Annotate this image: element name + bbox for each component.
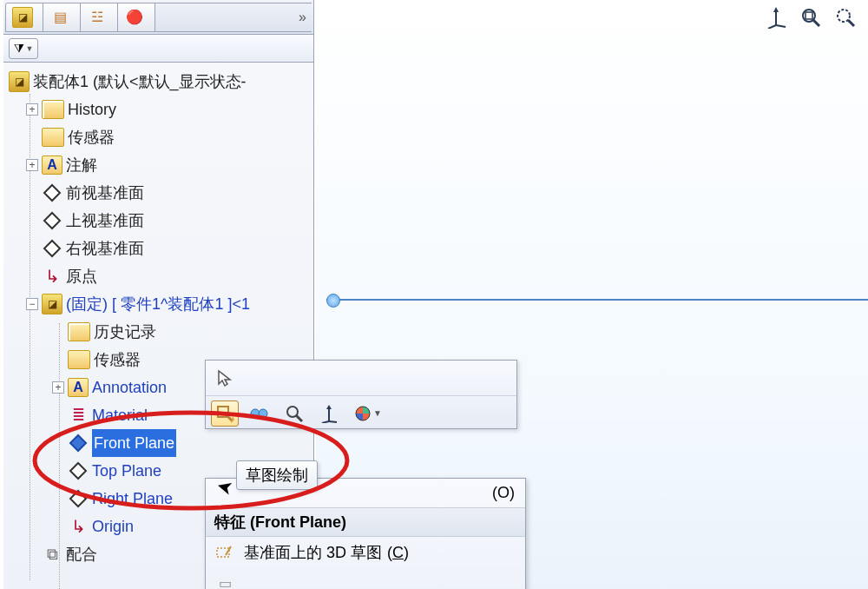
appearance-dropdown[interactable]: ▼ bbox=[350, 400, 386, 427]
tree-label: (固定) [ 零件1^装配体1 ]<1 bbox=[66, 290, 250, 318]
expand-toggle[interactable]: + bbox=[26, 159, 38, 171]
tree-label-selected: Front Plane bbox=[92, 429, 176, 457]
panel-tab-strip: ◪ ▤ ☳ 🔴 » bbox=[3, 0, 313, 35]
selection-tool-icon[interactable] bbox=[211, 365, 239, 391]
tree-label: 上视基准面 bbox=[66, 207, 144, 235]
svg-point-17 bbox=[259, 409, 267, 418]
tab-feature-manager[interactable]: ◪ bbox=[5, 3, 43, 32]
tree-label: Origin bbox=[92, 513, 134, 540]
tree-label: Top Plane bbox=[92, 457, 161, 485]
sketch-button[interactable] bbox=[211, 400, 239, 427]
property-icon: ▤ bbox=[49, 7, 70, 28]
svg-rect-12 bbox=[806, 12, 812, 19]
svg-line-7 bbox=[768, 25, 776, 29]
mates-icon: ⧉ bbox=[42, 544, 62, 565]
svg-line-11 bbox=[813, 20, 819, 26]
svg-point-10 bbox=[803, 10, 815, 22]
view-hud-tools bbox=[762, 3, 859, 31]
tree-label: 右视基准面 bbox=[66, 235, 144, 262]
zoom-fit-icon[interactable] bbox=[797, 3, 825, 31]
context-toolbar: ▼ bbox=[205, 360, 517, 429]
expand-toggle[interactable]: + bbox=[26, 103, 38, 116]
origin-icon: ↳ bbox=[42, 266, 62, 287]
tree-label: 注解 bbox=[66, 151, 97, 179]
context-menu-item-key: (C) bbox=[387, 544, 409, 562]
assembly-icon: ◪ bbox=[9, 71, 30, 92]
plane-icon bbox=[68, 433, 89, 453]
context-menu: (O) 特征 (Front Plane) 基准面上的 3D 草图 (C) ▭ bbox=[205, 478, 526, 589]
plane-icon bbox=[68, 488, 89, 509]
svg-marker-1 bbox=[44, 213, 60, 228]
tree-label: Right Plane bbox=[92, 485, 173, 513]
svg-marker-23 bbox=[326, 405, 332, 409]
tree-label: History bbox=[68, 96, 116, 123]
tree-label: 原点 bbox=[66, 262, 97, 290]
normal-to-icon[interactable] bbox=[315, 400, 343, 427]
tree-item-right-plane[interactable]: 右视基准面 bbox=[3, 235, 313, 262]
sensors-folder-icon bbox=[68, 350, 90, 369]
tree-root-assembly[interactable]: ◪ 装配体1 (默认<默认_显示状态- bbox=[3, 68, 313, 96]
history-folder-icon bbox=[42, 100, 64, 119]
tree-item-origin[interactable]: ↳ 原点 bbox=[3, 262, 313, 290]
tree-label: 配合 bbox=[66, 540, 97, 568]
context-menu-item-key: (O) bbox=[492, 484, 515, 502]
tree-label: 传感器 bbox=[94, 346, 141, 374]
assembly-icon: ◪ bbox=[12, 7, 33, 28]
tab-display-manager[interactable]: 🔴 bbox=[117, 3, 155, 32]
tree-item-annotations[interactable]: + A 注解 bbox=[3, 151, 313, 179]
context-menu-header-text: 特征 (Front Plane) bbox=[214, 513, 346, 531]
svg-marker-0 bbox=[44, 185, 60, 201]
plane-icon bbox=[42, 210, 62, 231]
sketch-3d-icon bbox=[213, 543, 237, 562]
tree-item-sensors[interactable]: 传感器 bbox=[3, 123, 313, 151]
tree-root-label: 装配体1 (默认<默认_显示状态- bbox=[33, 68, 247, 96]
context-menu-item-3d-sketch[interactable]: 基准面上的 3D 草图 (C) bbox=[206, 537, 525, 568]
tree-label: 历史记录 bbox=[94, 318, 156, 346]
annotations-icon: A bbox=[42, 156, 62, 175]
plane-icon bbox=[42, 238, 62, 259]
tree-item-child-front-plane[interactable]: Front Plane bbox=[3, 429, 313, 457]
sensors-folder-icon bbox=[42, 128, 64, 147]
tree-item-front-plane[interactable]: 前视基准面 bbox=[3, 179, 313, 207]
tree-item-part[interactable]: − ◪ (固定) [ 零件1^装配体1 ]<1 bbox=[3, 290, 313, 318]
expand-toggle[interactable]: + bbox=[52, 381, 64, 394]
origin-icon: ↳ bbox=[68, 516, 89, 537]
svg-line-14 bbox=[848, 20, 854, 26]
zoom-to-selection-icon[interactable] bbox=[280, 400, 308, 427]
expand-toggle[interactable]: − bbox=[26, 298, 38, 310]
part-icon: ◪ bbox=[42, 294, 62, 314]
filter-button[interactable]: ⧩ ▼ bbox=[9, 38, 38, 59]
annotations-icon: A bbox=[68, 378, 89, 397]
plane-icon bbox=[42, 182, 62, 203]
chevron-down-icon: ▼ bbox=[26, 44, 34, 53]
show-hide-icon[interactable] bbox=[246, 400, 273, 427]
zoom-area-icon[interactable] bbox=[832, 3, 859, 31]
context-menu-item-label: 基准面上的 3D 草图 bbox=[244, 542, 382, 563]
svg-line-19 bbox=[296, 415, 302, 421]
svg-line-22 bbox=[329, 421, 337, 422]
tree-label: Annotation bbox=[92, 374, 167, 401]
tree-label: 传感器 bbox=[68, 123, 115, 151]
tree-label: Material bbox=[92, 401, 148, 429]
svg-line-21 bbox=[322, 421, 329, 423]
plane-icon bbox=[68, 460, 89, 481]
tree-item-child-history[interactable]: 历史记录 bbox=[3, 318, 313, 346]
tab-overflow[interactable]: » bbox=[155, 3, 312, 32]
svg-marker-3 bbox=[70, 435, 86, 451]
svg-marker-5 bbox=[70, 491, 86, 506]
chevron-down-icon: ▼ bbox=[373, 408, 382, 418]
tree-item-top-plane[interactable]: 上视基准面 bbox=[3, 207, 313, 235]
funnel-icon: ⧩ bbox=[14, 41, 24, 56]
appearance-icon: 🔴 bbox=[124, 7, 145, 28]
svg-marker-2 bbox=[44, 241, 60, 256]
context-menu-item-next[interactable]: ▭ bbox=[206, 568, 525, 589]
blank-icon: ▭ bbox=[213, 573, 237, 589]
tab-configuration-manager[interactable]: ☳ bbox=[80, 3, 118, 32]
tooltip-text: 草图绘制 bbox=[246, 467, 308, 484]
tab-property-manager[interactable]: ▤ bbox=[43, 3, 81, 32]
svg-marker-9 bbox=[773, 7, 779, 12]
config-icon: ☳ bbox=[87, 7, 108, 28]
tree-item-history[interactable]: + History bbox=[3, 96, 313, 123]
view-triad-icon[interactable] bbox=[762, 3, 790, 31]
plane-edge-line bbox=[326, 299, 868, 301]
